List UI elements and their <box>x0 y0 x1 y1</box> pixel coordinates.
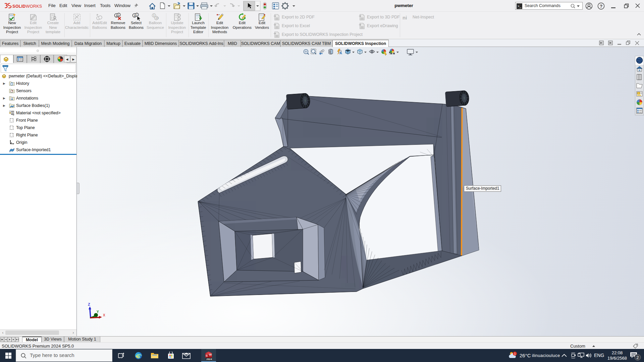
svg-text:1: 1 <box>153 14 155 17</box>
svg-text:1: 1 <box>514 352 516 355</box>
svg-text:A: A <box>11 98 13 101</box>
svg-text:X: X <box>103 313 105 317</box>
svg-text:A: A <box>339 51 342 55</box>
svg-text:SOLIDWORKS: SOLIDWORKS <box>12 4 42 9</box>
svg-text:Z: Z <box>88 302 90 306</box>
svg-text:23: 23 <box>156 16 159 20</box>
svg-text:2: 2 <box>637 355 639 360</box>
svg-text:1: 1 <box>118 13 120 16</box>
svg-text:S: S <box>206 354 208 357</box>
svg-text:W: W <box>209 353 212 356</box>
svg-text:?: ? <box>600 4 602 9</box>
svg-text:2024: 2024 <box>206 358 212 361</box>
svg-text:1: 1 <box>136 13 138 16</box>
svg-text:Y: Y <box>97 310 99 314</box>
